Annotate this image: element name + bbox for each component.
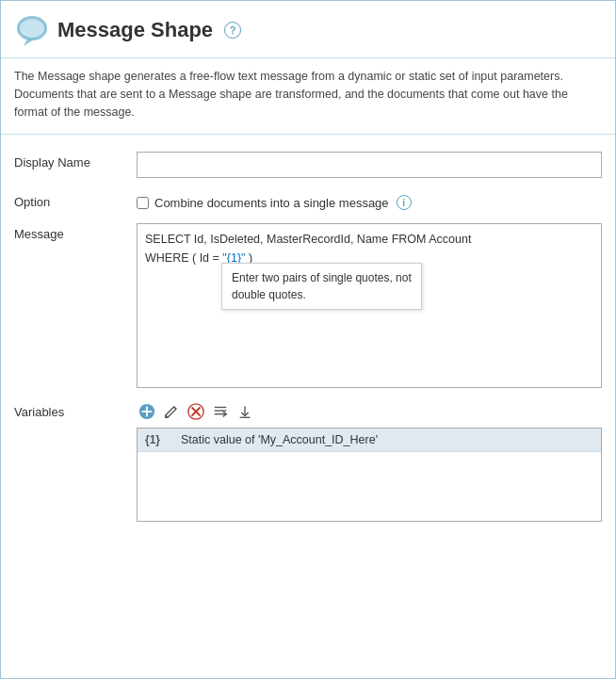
- display-name-control: [137, 152, 602, 178]
- option-label: Option: [14, 191, 137, 209]
- variables-row: Variables: [14, 401, 602, 522]
- message-row: Message SELECT Id, IsDeleted, MasterReco…: [14, 223, 602, 388]
- message-shape-icon: [14, 12, 50, 48]
- filter-variable-button[interactable]: [210, 401, 231, 422]
- message-label: Message: [14, 223, 137, 241]
- display-name-row: Display Name: [14, 152, 602, 178]
- display-name-input[interactable]: [137, 152, 602, 178]
- message-line2-prefix: WHERE ( Id =: [145, 251, 222, 265]
- variables-label: Variables: [14, 401, 137, 419]
- message-display[interactable]: SELECT Id, IsDeleted, MasterRecordId, Na…: [137, 223, 602, 388]
- edit-variable-button[interactable]: [161, 401, 182, 422]
- display-name-label: Display Name: [14, 152, 137, 170]
- combine-docs-label: Combine documents into a single message: [154, 196, 389, 210]
- variables-empty-area: [138, 452, 601, 513]
- option-row-inner: Combine documents into a single message …: [137, 191, 602, 210]
- variables-toolbar: [137, 401, 602, 422]
- delete-variable-button[interactable]: [186, 401, 206, 422]
- form-area: Display Name Option Combine documents in…: [1, 135, 615, 535]
- message-shape-panel: Message Shape ? The Message shape genera…: [0, 0, 616, 679]
- add-variable-button[interactable]: [137, 401, 157, 422]
- option-row: Option Combine documents into a single m…: [14, 191, 602, 210]
- message-line1: SELECT Id, IsDeleted, MasterRecordId, Na…: [145, 233, 471, 246]
- combine-docs-checkbox[interactable]: [137, 197, 149, 209]
- variables-area: {1} Static value of 'My_Account_ID_Here': [137, 401, 602, 522]
- variable-item[interactable]: {1} Static value of 'My_Account_ID_Here': [138, 428, 601, 452]
- variable-value: Static value of 'My_Account_ID_Here': [181, 433, 378, 446]
- option-info-icon[interactable]: i: [397, 195, 412, 210]
- panel-header: Message Shape ?: [1, 1, 615, 58]
- svg-rect-5: [142, 411, 153, 412]
- message-link: "{1}": [222, 251, 245, 265]
- panel-description: The Message shape generates a free-flow …: [1, 58, 615, 135]
- variable-badge: {1}: [145, 433, 171, 446]
- panel-title: Message Shape: [57, 18, 213, 42]
- message-line2-suffix: ): [246, 251, 253, 265]
- option-control: Combine documents into a single message …: [137, 191, 602, 210]
- message-control: SELECT Id, IsDeleted, MasterRecordId, Na…: [137, 223, 602, 388]
- download-variable-button[interactable]: [235, 401, 255, 422]
- help-icon[interactable]: ?: [224, 22, 241, 39]
- svg-point-1: [20, 19, 44, 38]
- variables-list: {1} Static value of 'My_Account_ID_Here': [137, 428, 602, 522]
